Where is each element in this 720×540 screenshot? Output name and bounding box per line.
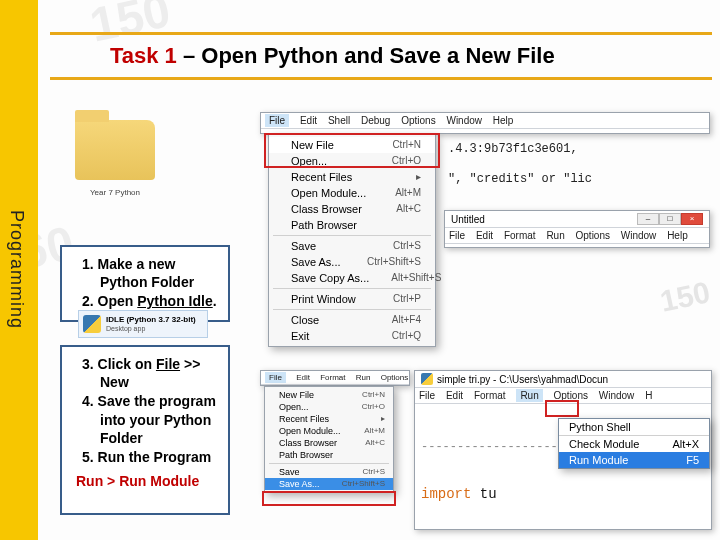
menu-options[interactable]: Options bbox=[554, 390, 588, 401]
menu-options[interactable]: Options bbox=[576, 230, 610, 241]
step-2: Open Python Idle. bbox=[82, 292, 218, 310]
close-button[interactable]: × bbox=[681, 213, 703, 225]
menu-item-class-browser[interactable]: Class BrowserAlt+C bbox=[269, 201, 435, 217]
step-1: Make a new Python Folder bbox=[82, 255, 218, 291]
task-number: Task 1 bbox=[110, 43, 177, 68]
editor-window-small-menubar: File Edit Format Run Options bbox=[260, 370, 410, 386]
highlight-save-as bbox=[262, 491, 396, 506]
menu-run[interactable]: Run bbox=[516, 389, 542, 402]
menu-item-exit[interactable]: ExitCtrl+Q bbox=[269, 328, 435, 344]
menu-edit[interactable]: Edit bbox=[446, 390, 463, 401]
python-icon bbox=[421, 373, 433, 385]
run-hint: Run > Run Module bbox=[76, 472, 218, 490]
folder-caption: Year 7 Python bbox=[55, 188, 175, 197]
menu-item-recent-files[interactable]: Recent Files▸ bbox=[265, 413, 393, 425]
menu-item-check-module[interactable]: Check ModuleAlt+X bbox=[559, 436, 709, 452]
menu-item-save-copy-as[interactable]: Save Copy As...Alt+Shift+S bbox=[269, 270, 435, 286]
step-4: Save the program into your Python Folder bbox=[82, 392, 218, 447]
watermark: 150 bbox=[657, 275, 713, 319]
menu-file[interactable]: File bbox=[449, 230, 465, 241]
folder-icon bbox=[75, 120, 155, 180]
menu-item-save-as[interactable]: Save As...Ctrl+Shift+S bbox=[265, 478, 393, 490]
slide-title: Task 1 – Open Python and Save a New File bbox=[50, 32, 712, 80]
step-5: Run the Program bbox=[82, 448, 218, 466]
file-dropdown-menu: New FileCtrl+N Open...Ctrl+O Recent File… bbox=[268, 134, 436, 347]
menu-help[interactable]: Help bbox=[667, 230, 688, 241]
menu-item-python-shell[interactable]: Python Shell bbox=[559, 419, 709, 435]
window-title: simple tri.py - C:\Users\yahmad\Docun bbox=[437, 374, 608, 385]
shell-output-line-1: .4.3:9b73f1c3e601, bbox=[448, 142, 578, 156]
menu-file[interactable]: File bbox=[265, 114, 289, 127]
menu-window[interactable]: Window bbox=[599, 390, 635, 401]
menu-item-print[interactable]: Print WindowCtrl+P bbox=[269, 291, 435, 307]
menu-run[interactable]: Run bbox=[356, 373, 371, 382]
menu-run[interactable]: Run bbox=[546, 230, 564, 241]
menu-options[interactable]: Options bbox=[381, 373, 409, 382]
menu-item-recent-files[interactable]: Recent Files▸ bbox=[269, 169, 435, 185]
menu-item-open[interactable]: Open...Ctrl+O bbox=[265, 401, 393, 413]
idle-app-sub: Desktop app bbox=[106, 325, 145, 332]
menu-edit[interactable]: Edit bbox=[296, 373, 310, 382]
code-line: import tu bbox=[421, 486, 712, 502]
window-title: Untitled bbox=[451, 214, 485, 225]
instruction-box-2: Click on File >> New Save the program in… bbox=[60, 345, 230, 515]
menu-edit[interactable]: Edit bbox=[300, 115, 317, 126]
menu-item-path-browser[interactable]: Path Browser bbox=[265, 449, 393, 461]
python-icon bbox=[83, 315, 101, 333]
menu-item-open-module[interactable]: Open Module...Alt+M bbox=[269, 185, 435, 201]
menu-file[interactable]: File bbox=[419, 390, 435, 401]
maximize-button[interactable]: □ bbox=[659, 213, 681, 225]
shell-output-line-2: ", "credits" or "lic bbox=[448, 172, 592, 186]
untitled-editor-window: Untitled – □ × File Edit Format Run Opti… bbox=[444, 210, 710, 248]
step-3: Click on File >> New bbox=[82, 355, 218, 391]
idle-app-tile[interactable]: IDLE (Python 3.7 32-bit) Desktop app bbox=[78, 310, 208, 338]
menu-format[interactable]: Format bbox=[474, 390, 506, 401]
menu-window[interactable]: Window bbox=[621, 230, 657, 241]
menu-item-class-browser[interactable]: Class BrowserAlt+C bbox=[265, 437, 393, 449]
menu-format[interactable]: Format bbox=[320, 373, 345, 382]
menu-item-close[interactable]: CloseAlt+F4 bbox=[269, 312, 435, 328]
menu-item-open[interactable]: Open...Ctrl+O bbox=[269, 153, 435, 169]
menu-help[interactable]: H bbox=[645, 390, 652, 401]
file-dropdown-small: New FileCtrl+N Open...Ctrl+O Recent File… bbox=[264, 386, 394, 493]
run-dropdown-menu: Python Shell Check ModuleAlt+X Run Modul… bbox=[558, 418, 710, 469]
menu-help[interactable]: Help bbox=[493, 115, 514, 126]
menu-item-new-file[interactable]: New FileCtrl+N bbox=[269, 137, 435, 153]
menu-options[interactable]: Options bbox=[401, 115, 435, 126]
menu-file[interactable]: File bbox=[265, 372, 286, 383]
folder-illustration: Year 7 Python bbox=[55, 110, 175, 240]
menu-item-open-module[interactable]: Open Module...Alt+M bbox=[265, 425, 393, 437]
menu-item-new-file[interactable]: New FileCtrl+N bbox=[265, 389, 393, 401]
menu-window[interactable]: Window bbox=[446, 115, 482, 126]
menu-shell[interactable]: Shell bbox=[328, 115, 350, 126]
menu-item-save[interactable]: SaveCtrl+S bbox=[269, 238, 435, 254]
section-label: Programming bbox=[6, 210, 27, 329]
menu-format[interactable]: Format bbox=[504, 230, 536, 241]
shell-window-menubar: File Edit Shell Debug Options Window Hel… bbox=[260, 112, 710, 134]
menu-item-run-module[interactable]: Run ModuleF5 bbox=[559, 452, 709, 468]
idle-app-name: IDLE (Python 3.7 32-bit) bbox=[106, 315, 196, 324]
minimize-button[interactable]: – bbox=[637, 213, 659, 225]
task-title-text: – Open Python and Save a New File bbox=[177, 43, 555, 68]
menu-item-save-as[interactable]: Save As...Ctrl+Shift+S bbox=[269, 254, 435, 270]
menu-item-path-browser[interactable]: Path Browser bbox=[269, 217, 435, 233]
menu-item-save[interactable]: SaveCtrl+S bbox=[265, 466, 393, 478]
menu-edit[interactable]: Edit bbox=[476, 230, 493, 241]
menu-debug[interactable]: Debug bbox=[361, 115, 390, 126]
